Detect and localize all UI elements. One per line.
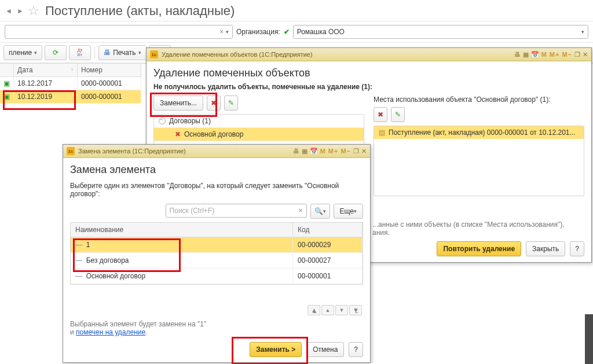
help-button[interactable]: ? — [570, 241, 584, 256]
usage-list[interactable]: ▤ Поступление (акт, накладная) 0000-0000… — [374, 126, 584, 196]
window-titlebar[interactable]: 1c Замена элемента (1С:Предприятие) 🖶 ▦ … — [63, 145, 370, 158]
nav-fwd[interactable]: ► — [16, 7, 24, 15]
print-button[interactable]: 🖶 Печать ▾ — [98, 45, 146, 60]
hint-text: ...анные с ними объекты (в списке "Места… — [372, 220, 584, 229]
cell-date[interactable]: 18.12.2017 — [14, 77, 78, 90]
calc-mminus[interactable]: M− — [562, 51, 572, 58]
grid-cell-code[interactable]: 00-000027 — [293, 253, 363, 269]
tree-item[interactable]: ✖ Основной договор — [154, 128, 364, 141]
dtkt-icon: ДтКт — [78, 48, 83, 57]
window-titlebar[interactable]: 1c Удаление помеченных объектов (1С:Пред… — [147, 48, 591, 61]
edit-button[interactable]: ✎ — [224, 95, 238, 111]
calc-mminus[interactable]: M− — [341, 148, 351, 155]
grid-icon[interactable]: ▦ — [523, 51, 529, 58]
item-icon: — — [75, 241, 82, 248]
refresh-icon: ⟳ — [53, 49, 58, 57]
search-input[interactable]: Поиск (Ctrl+F) × — [166, 204, 307, 218]
dtkt-button[interactable]: ДтКт — [69, 45, 91, 60]
tree-group[interactable]: Договоры (1) — [154, 115, 364, 128]
usage-item[interactable]: ▤ Поступление (акт, накладная) 0000-0000… — [374, 126, 584, 139]
org-label: Организация: — [236, 28, 280, 36]
col-code[interactable]: Код — [293, 223, 363, 237]
usage-edit-button[interactable]: ✎ — [391, 107, 405, 122]
grid-cell-name[interactable]: — 1 — [71, 237, 293, 253]
item-icon: — — [75, 257, 82, 264]
restore-icon[interactable]: ❐ — [353, 148, 359, 155]
grid-cell-code[interactable]: 00-000001 — [293, 269, 363, 284]
check-icon: ✔ — [284, 28, 290, 36]
refresh-button[interactable]: ⟳ — [45, 45, 67, 60]
search-button[interactable]: 🔍 ▾ — [310, 204, 330, 219]
unknown-edge — [585, 314, 593, 364]
replace-window: 1c Замена элемента (1С:Предприятие) 🖶 ▦ … — [63, 144, 371, 363]
window-title: Замена элемента (1С:Предприятие) — [78, 148, 186, 155]
grid-cell-code[interactable]: 00-000029 — [293, 237, 363, 253]
chevron-down-icon: ▾ — [226, 29, 229, 35]
counterparty-combo[interactable]: ×▾ — [5, 25, 233, 39]
search-placeholder: Поиск (Ctrl+F) — [170, 207, 296, 215]
do-replace-button[interactable]: Заменить > — [250, 342, 302, 357]
window-title: Удаление помеченных объектов (1С:Предпри… — [162, 51, 313, 58]
more-button[interactable]: Еще ▾ — [334, 204, 363, 219]
calc-mplus[interactable]: M+ — [550, 51, 560, 58]
delete-mark-button[interactable]: ✖ — [207, 95, 221, 111]
replace-button[interactable]: Заменить... — [153, 95, 203, 111]
grid-cell-name[interactable]: — Без договора — [71, 253, 293, 269]
collapse-icon[interactable] — [159, 117, 166, 124]
organization-combo[interactable]: Ромашка ООО ▾ — [293, 25, 588, 39]
restore-icon[interactable]: ❐ — [574, 51, 580, 58]
footer-text: Выбранный элемент будет заменен на "1" — [70, 320, 206, 328]
page-title: Поступление (акты, накладные) — [45, 3, 235, 19]
pencil-icon: ✎ — [395, 111, 401, 119]
magnifier-icon: 🔍 — [314, 207, 323, 215]
organization-value: Ромашка ООО — [297, 28, 345, 36]
app-icon: 1c — [150, 50, 158, 58]
nav-back[interactable]: ◄ — [5, 7, 13, 15]
deletion-heading: Удаление помеченных объектов — [153, 67, 584, 79]
col-number[interactable]: Номер — [78, 64, 141, 77]
deleted-ref-icon: ✖ — [175, 130, 181, 138]
app-icon: 1c — [67, 147, 75, 155]
nav-down[interactable]: ▼ — [335, 305, 348, 315]
footer-text2: и — [70, 328, 76, 336]
usage-caption: Места использования объекта "Основной до… — [374, 95, 584, 104]
close-icon[interactable]: ✕ — [583, 51, 588, 58]
retry-delete-button[interactable]: Повторить удаление — [437, 241, 521, 256]
hint-text2: ания. — [372, 229, 584, 237]
clear-icon[interactable]: × — [219, 28, 224, 36]
cancel-button[interactable]: Отмена — [306, 342, 344, 357]
pencil-icon: ✎ — [228, 99, 234, 107]
chevron-down-icon: ▾ — [581, 29, 584, 35]
mark-for-deletion-link[interactable]: помечен на удаление — [76, 328, 145, 336]
printer-icon: 🖶 — [104, 49, 111, 57]
calendar-icon[interactable]: 📅 — [531, 51, 539, 58]
replace-grid[interactable]: Наименование Код — 1 00-000029 — Без дог… — [70, 222, 363, 285]
calc-m[interactable]: M — [320, 148, 326, 155]
toolbar-tab[interactable]: пление ▾ — [3, 45, 42, 60]
usage-delete-button[interactable]: ✖ — [374, 107, 387, 122]
row-icon: ▣ — [0, 90, 14, 104]
favorite-star-icon[interactable]: ☆ — [28, 3, 39, 19]
help-button[interactable]: ? — [349, 342, 363, 357]
nav-up[interactable]: ▲ — [321, 305, 334, 315]
col-date[interactable]: Дата ↓ — [14, 64, 78, 77]
replace-heading: Замена элемента — [70, 164, 363, 176]
printer-icon[interactable]: 🖶 — [514, 51, 521, 58]
grid-icon[interactable]: ▦ — [302, 148, 308, 155]
calc-m[interactable]: M — [541, 51, 547, 58]
calendar-icon[interactable]: 📅 — [310, 148, 318, 155]
clear-icon[interactable]: × — [299, 207, 303, 215]
cell-date[interactable]: 10.12.2019 — [14, 90, 78, 104]
cell-num[interactable]: 0000-000001 — [78, 77, 141, 90]
grid-cell-name[interactable]: — Основной договор — [71, 269, 293, 284]
document-icon: ▤ — [379, 128, 385, 137]
nav-first[interactable]: ▲̲ — [308, 305, 320, 315]
posted-icon: ▣ — [3, 79, 10, 87]
col-name[interactable]: Наименование — [71, 223, 293, 237]
calc-mplus[interactable]: M+ — [328, 148, 339, 155]
close-icon[interactable]: ✕ — [361, 148, 367, 155]
nav-last[interactable]: ▼̲ — [349, 305, 362, 315]
printer-icon[interactable]: 🖶 — [293, 148, 299, 155]
cell-num[interactable]: 0000-000001 — [78, 90, 141, 104]
close-button[interactable]: Закрыть — [526, 241, 565, 256]
